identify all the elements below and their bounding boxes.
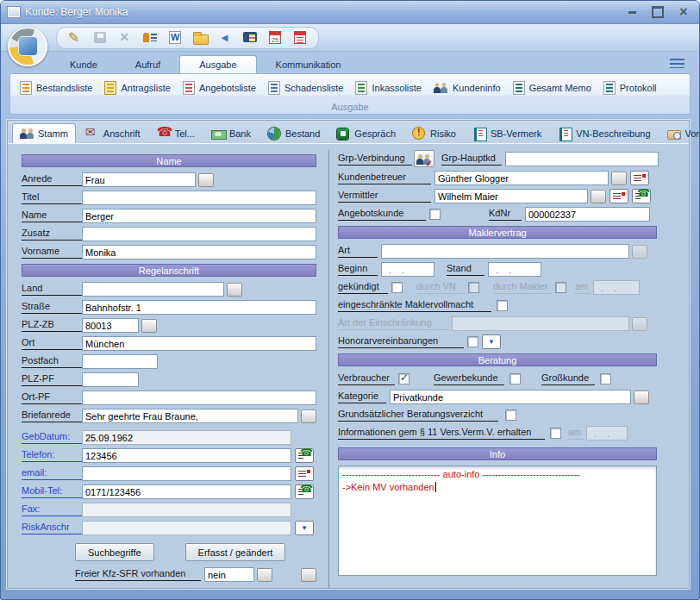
gekuendigt-checkbox[interactable]	[391, 282, 403, 293]
kategorie-input[interactable]	[390, 390, 631, 404]
vorname-input[interactable]	[82, 245, 316, 259]
kfz-sfr-lookup-button[interactable]	[257, 568, 272, 582]
fax-link[interactable]: Fax:	[22, 503, 82, 516]
delete-x-icon[interactable]	[117, 30, 133, 45]
grp-hauptkd-input[interactable]	[505, 152, 659, 166]
folder-open-icon[interactable]	[192, 30, 208, 45]
tab-bank[interactable]: Bank	[204, 124, 258, 143]
calendar-25-icon[interactable]	[267, 30, 283, 45]
gesamt-memo-button[interactable]: Gesamt Memo	[507, 78, 597, 98]
honorar-dropdown-button[interactable]	[482, 334, 501, 349]
word-document-icon[interactable]	[167, 30, 183, 45]
send-email-button[interactable]	[295, 466, 314, 481]
back-arrow-icon[interactable]	[217, 30, 233, 45]
vermittler-email-button[interactable]	[609, 189, 628, 203]
plz-zb-lookup-button[interactable]	[141, 319, 157, 333]
riskanschr-dropdown-button[interactable]	[295, 521, 314, 535]
angebotsliste-button[interactable]: Angebotsliste	[177, 78, 262, 98]
protokoll-button[interactable]: Protokoll	[597, 78, 663, 98]
tab-kommunikation[interactable]: Kommunikation	[257, 56, 360, 73]
inkassoliste-button[interactable]: Inkassoliste	[349, 78, 427, 98]
vermittler-lookup-button[interactable]	[591, 190, 606, 203]
plz-pf-input[interactable]	[82, 372, 139, 387]
briefanrede-lookup-button[interactable]	[301, 409, 316, 423]
vermittler-input[interactable]	[434, 189, 588, 203]
tab-gespraech[interactable]: Gespräch	[329, 124, 403, 143]
tab-bank-label: Bank	[229, 128, 251, 139]
schadensliste-button[interactable]: Schadensliste	[262, 78, 350, 98]
tab-anschrift[interactable]: Anschrift	[78, 124, 147, 143]
close-button[interactable]	[675, 6, 692, 19]
angebotskunde-checkbox[interactable]	[429, 209, 441, 220]
land-lookup-button[interactable]	[227, 283, 242, 297]
vermittler-phone-button[interactable]	[632, 189, 651, 203]
honorar-checkbox[interactable]	[467, 336, 478, 347]
contacts-list-icon[interactable]	[142, 30, 158, 45]
stand-input[interactable]	[488, 262, 541, 277]
art-input[interactable]	[381, 244, 629, 259]
email-input[interactable]	[82, 466, 291, 481]
grosskunde-checkbox[interactable]	[600, 373, 611, 384]
tab-vorgang[interactable]: Vorgang	[660, 124, 700, 143]
tab-kunde[interactable]: Kunde	[51, 56, 116, 73]
kfz-sfr-input[interactable]	[204, 567, 254, 582]
tab-tel[interactable]: Tel...	[150, 124, 202, 143]
tab-bestand[interactable]: Bestand	[260, 124, 327, 143]
edit-pencil-icon[interactable]	[67, 30, 83, 45]
kfz-extra-button[interactable]	[301, 568, 316, 582]
kundenbetreuer-email-button[interactable]	[630, 171, 649, 185]
beginn-input[interactable]	[381, 262, 434, 277]
name-input[interactable]	[82, 209, 316, 223]
kundenbetreuer-lookup-button[interactable]	[611, 172, 627, 185]
erfasst-geaendert-button[interactable]: Erfasst / geändert	[185, 543, 286, 561]
telefon-link[interactable]: Telefon:	[22, 449, 82, 462]
kdnr-input[interactable]	[525, 207, 650, 222]
tab-vn-beschreibung[interactable]: VN-Beschreibung	[551, 124, 657, 143]
minimize-button[interactable]	[623, 6, 641, 19]
tab-risiko[interactable]: Risiko	[405, 124, 463, 143]
maximize-button[interactable]	[649, 6, 666, 19]
tab-stamm[interactable]: Stamm	[12, 123, 76, 143]
antragsliste-button[interactable]: Antragsliste	[98, 78, 176, 98]
informationen-checkbox[interactable]	[550, 428, 561, 439]
beratungsverzicht-checkbox[interactable]	[505, 409, 516, 421]
task-calendar-icon[interactable]	[292, 30, 308, 45]
ort-pf-input[interactable]	[82, 391, 316, 405]
dial-mobile-button[interactable]	[295, 484, 314, 499]
telefon-input[interactable]	[82, 448, 291, 463]
land-input[interactable]	[82, 282, 224, 297]
titel-input[interactable]	[82, 191, 316, 205]
kategorie-lookup-button[interactable]	[634, 391, 649, 404]
tab-stamm-label: Stamm	[38, 128, 68, 139]
tab-ausgabe[interactable]: Ausgabe	[179, 55, 256, 73]
kundenbetreuer-input[interactable]	[434, 171, 609, 185]
suchbegriffe-button[interactable]: Suchbegriffe	[75, 543, 154, 561]
postfach-input[interactable]	[82, 354, 158, 369]
kundeninfo-button[interactable]: Kundeninfo	[428, 78, 507, 97]
briefanrede-input[interactable]	[82, 409, 298, 423]
email-link[interactable]: email:	[22, 467, 82, 480]
screen-report-icon[interactable]	[242, 30, 258, 45]
dial-phone-button[interactable]	[295, 448, 314, 463]
ort-input[interactable]	[82, 336, 316, 351]
grp-verbindung-button[interactable]	[414, 150, 434, 167]
tab-sb-vermerk[interactable]: SB-Vermerk	[466, 124, 548, 143]
mobil-tel-input[interactable]	[82, 484, 291, 499]
tab-aufruf[interactable]: Aufruf	[116, 56, 179, 73]
riskanschr-link[interactable]: RiskAnschr	[22, 522, 82, 534]
text-cursor	[435, 482, 436, 492]
verbraucher-checkbox[interactable]	[398, 373, 409, 384]
zusatz-input[interactable]	[82, 227, 316, 241]
anrede-input[interactable]	[82, 172, 196, 187]
strasse-input[interactable]	[82, 300, 316, 315]
save-disk-icon[interactable]	[92, 30, 108, 45]
mobil-tel-link[interactable]: Mobil-Tel:	[22, 485, 82, 498]
gebdatum-link[interactable]: GebDatum:	[22, 431, 82, 444]
maklervollmacht-checkbox[interactable]	[497, 300, 508, 311]
bestandsliste-button[interactable]: Bestandsliste	[14, 78, 98, 98]
plz-zb-input[interactable]	[82, 318, 139, 333]
gewerbekunde-checkbox[interactable]	[509, 373, 521, 384]
anrede-lookup-button[interactable]	[198, 173, 214, 187]
info-textarea[interactable]: ------------------------------- auto-inf…	[338, 466, 657, 576]
hamburger-menu-icon[interactable]	[668, 56, 687, 72]
